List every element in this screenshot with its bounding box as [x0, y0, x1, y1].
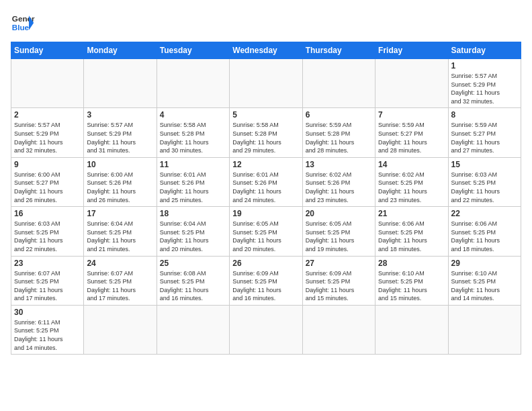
day-info: Sunrise: 6:01 AM Sunset: 5:26 PM Dayligh… [160, 171, 226, 204]
day-number: 20 [306, 209, 372, 218]
day-number: 11 [160, 160, 226, 169]
day-number: 23 [14, 259, 81, 268]
day-info: Sunrise: 5:57 AM Sunset: 5:29 PM Dayligh… [14, 121, 81, 154]
day-cell: 12Sunrise: 6:01 AM Sunset: 5:26 PM Dayli… [230, 157, 302, 206]
day-info: Sunrise: 6:04 AM Sunset: 5:25 PM Dayligh… [87, 220, 153, 253]
calendar-table: SundayMondayTuesdayWednesdayThursdayFrid… [11, 42, 521, 355]
day-info: Sunrise: 6:07 AM Sunset: 5:25 PM Dayligh… [87, 269, 153, 303]
day-cell: 1Sunrise: 5:57 AM Sunset: 5:29 PM Daylig… [448, 59, 521, 108]
day-number: 6 [306, 110, 372, 120]
day-info: Sunrise: 6:07 AM Sunset: 5:25 PM Dayligh… [14, 269, 81, 303]
svg-text:Blue: Blue [12, 23, 30, 32]
day-info: Sunrise: 6:08 AM Sunset: 5:25 PM Dayligh… [160, 269, 226, 303]
day-number: 12 [232, 160, 299, 169]
logo-icon: General Blue [11, 11, 35, 35]
day-number: 28 [378, 259, 445, 268]
day-info: Sunrise: 6:09 AM Sunset: 5:25 PM Dayligh… [306, 269, 372, 303]
day-cell: 20Sunrise: 6:05 AM Sunset: 5:25 PM Dayli… [302, 207, 375, 256]
weekday-header-wednesday: Wednesday [230, 42, 302, 59]
day-info: Sunrise: 6:10 AM Sunset: 5:25 PM Dayligh… [378, 269, 445, 303]
day-cell [157, 305, 229, 354]
day-cell: 8Sunrise: 5:59 AM Sunset: 5:27 PM Daylig… [448, 108, 521, 157]
day-info: Sunrise: 6:05 AM Sunset: 5:25 PM Dayligh… [306, 220, 372, 253]
day-info: Sunrise: 6:02 AM Sunset: 5:26 PM Dayligh… [306, 171, 372, 204]
day-cell: 24Sunrise: 6:07 AM Sunset: 5:25 PM Dayli… [84, 256, 157, 305]
day-cell: 29Sunrise: 6:10 AM Sunset: 5:25 PM Dayli… [448, 256, 521, 305]
day-cell: 25Sunrise: 6:08 AM Sunset: 5:25 PM Dayli… [157, 256, 229, 305]
day-number: 27 [306, 259, 372, 268]
day-info: Sunrise: 5:59 AM Sunset: 5:27 PM Dayligh… [378, 121, 445, 154]
day-cell: 11Sunrise: 6:01 AM Sunset: 5:26 PM Dayli… [157, 157, 229, 206]
day-cell: 21Sunrise: 6:06 AM Sunset: 5:25 PM Dayli… [375, 207, 448, 256]
day-info: Sunrise: 5:58 AM Sunset: 5:28 PM Dayligh… [160, 121, 226, 154]
day-cell: 3Sunrise: 5:57 AM Sunset: 5:29 PM Daylig… [84, 108, 157, 157]
day-cell: 18Sunrise: 6:04 AM Sunset: 5:25 PM Dayli… [157, 207, 229, 256]
weekday-header-friday: Friday [375, 42, 448, 59]
day-cell [302, 59, 375, 108]
day-cell: 19Sunrise: 6:05 AM Sunset: 5:25 PM Dayli… [230, 207, 302, 256]
day-number: 7 [378, 110, 445, 120]
day-number: 16 [14, 209, 81, 218]
day-info: Sunrise: 6:06 AM Sunset: 5:25 PM Dayligh… [451, 220, 518, 253]
day-number: 9 [14, 160, 81, 169]
day-info: Sunrise: 6:00 AM Sunset: 5:26 PM Dayligh… [87, 171, 153, 204]
weekday-header-tuesday: Tuesday [157, 42, 229, 59]
day-number: 1 [451, 61, 518, 71]
week-row-4: 16Sunrise: 6:03 AM Sunset: 5:25 PM Dayli… [11, 207, 521, 256]
day-cell [84, 305, 157, 354]
week-row-1: 1Sunrise: 5:57 AM Sunset: 5:29 PM Daylig… [11, 59, 521, 108]
day-number: 10 [87, 160, 153, 169]
day-info: Sunrise: 5:59 AM Sunset: 5:27 PM Dayligh… [451, 121, 518, 154]
weekday-header-monday: Monday [84, 42, 157, 59]
logo: General Blue [11, 11, 35, 35]
weekday-header-thursday: Thursday [302, 42, 375, 59]
day-number: 21 [378, 209, 445, 218]
day-info: Sunrise: 6:04 AM Sunset: 5:25 PM Dayligh… [160, 220, 226, 253]
day-number: 25 [160, 259, 226, 268]
day-info: Sunrise: 6:05 AM Sunset: 5:25 PM Dayligh… [232, 220, 299, 253]
day-number: 15 [451, 160, 518, 169]
day-cell [11, 59, 84, 108]
day-cell [84, 59, 157, 108]
day-number: 29 [451, 259, 518, 268]
day-number: 17 [87, 209, 153, 218]
day-number: 4 [160, 110, 226, 120]
day-info: Sunrise: 6:00 AM Sunset: 5:27 PM Dayligh… [14, 171, 81, 204]
day-info: Sunrise: 6:01 AM Sunset: 5:26 PM Dayligh… [232, 171, 299, 204]
day-number: 18 [160, 209, 226, 218]
page-container: General Blue SundayMondayTuesdayWednesda… [11, 11, 521, 355]
day-info: Sunrise: 6:11 AM Sunset: 5:25 PM Dayligh… [14, 318, 81, 352]
week-row-2: 2Sunrise: 5:57 AM Sunset: 5:29 PM Daylig… [11, 108, 521, 157]
day-info: Sunrise: 6:03 AM Sunset: 5:25 PM Dayligh… [14, 220, 81, 253]
day-info: Sunrise: 5:59 AM Sunset: 5:28 PM Dayligh… [306, 121, 372, 154]
day-info: Sunrise: 6:03 AM Sunset: 5:25 PM Dayligh… [451, 171, 518, 204]
day-cell [230, 305, 302, 354]
week-row-5: 23Sunrise: 6:07 AM Sunset: 5:25 PM Dayli… [11, 256, 521, 305]
day-cell: 27Sunrise: 6:09 AM Sunset: 5:25 PM Dayli… [302, 256, 375, 305]
day-cell: 16Sunrise: 6:03 AM Sunset: 5:25 PM Dayli… [11, 207, 84, 256]
week-row-6: 30Sunrise: 6:11 AM Sunset: 5:25 PM Dayli… [11, 305, 521, 354]
day-cell [302, 305, 375, 354]
day-cell: 23Sunrise: 6:07 AM Sunset: 5:25 PM Dayli… [11, 256, 84, 305]
day-number: 22 [451, 209, 518, 218]
day-number: 2 [14, 110, 81, 120]
day-number: 8 [451, 110, 518, 120]
day-cell: 9Sunrise: 6:00 AM Sunset: 5:27 PM Daylig… [11, 157, 84, 206]
day-number: 14 [378, 160, 445, 169]
day-number: 26 [232, 259, 299, 268]
day-info: Sunrise: 6:09 AM Sunset: 5:25 PM Dayligh… [232, 269, 299, 303]
week-row-3: 9Sunrise: 6:00 AM Sunset: 5:27 PM Daylig… [11, 157, 521, 206]
day-cell [448, 305, 521, 354]
day-number: 19 [232, 209, 299, 218]
day-number: 30 [14, 308, 81, 317]
weekday-header-row: SundayMondayTuesdayWednesdayThursdayFrid… [11, 42, 521, 59]
day-cell: 2Sunrise: 5:57 AM Sunset: 5:29 PM Daylig… [11, 108, 84, 157]
day-cell [230, 59, 302, 108]
day-number: 3 [87, 110, 153, 120]
day-info: Sunrise: 5:57 AM Sunset: 5:29 PM Dayligh… [87, 121, 153, 154]
day-cell: 5Sunrise: 5:58 AM Sunset: 5:28 PM Daylig… [230, 108, 302, 157]
weekday-header-saturday: Saturday [448, 42, 521, 59]
day-info: Sunrise: 6:02 AM Sunset: 5:25 PM Dayligh… [378, 171, 445, 204]
day-cell: 10Sunrise: 6:00 AM Sunset: 5:26 PM Dayli… [84, 157, 157, 206]
day-cell: 30Sunrise: 6:11 AM Sunset: 5:25 PM Dayli… [11, 305, 84, 354]
